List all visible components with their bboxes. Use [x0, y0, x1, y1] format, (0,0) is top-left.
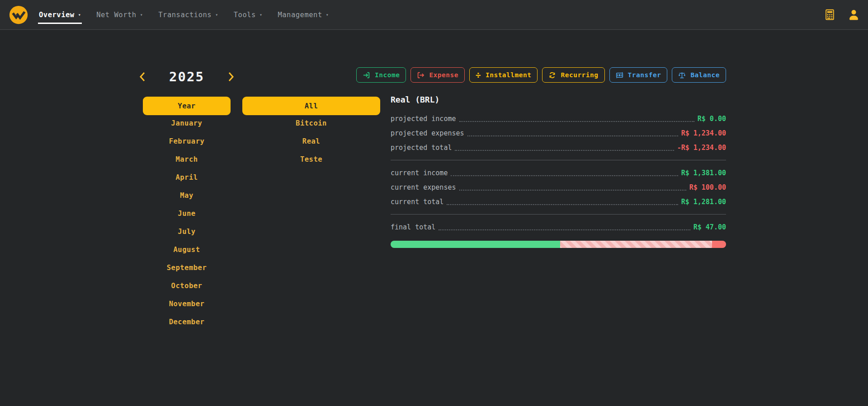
app-logo-icon[interactable] [8, 5, 29, 25]
transfer-button[interactable]: Transfer [609, 67, 668, 83]
summary-title: Real (BRL) [391, 95, 726, 104]
year-label: 2025 [169, 69, 204, 84]
account-link-bitcoin[interactable]: Bitcoin [242, 114, 380, 132]
chevron-down-icon: ▾ [140, 12, 143, 17]
chevron-down-icon: ▾ [326, 12, 329, 17]
main-content: 2025 Year JanuaryFebruaryMarchAprilMayJu… [0, 30, 868, 406]
chevron-down-icon: ▾ [78, 12, 81, 17]
summary-row-final-total: final totalR$ 47.00 [391, 220, 726, 234]
month-link-may[interactable]: May [143, 187, 231, 205]
chevron-left-icon[interactable] [138, 71, 146, 82]
expense-button[interactable]: Expense [410, 67, 465, 83]
box-arrow-in-right-icon [363, 71, 370, 79]
division-icon: ÷ [476, 71, 481, 79]
month-link-april[interactable]: April [143, 168, 231, 187]
summary-row-value: R$ 1,234.00 [681, 129, 726, 137]
chevron-down-icon: ▾ [215, 12, 218, 17]
transaction-type-filters: Income Expense ÷ Installment Recurring [356, 67, 726, 83]
account-list: BitcoinRealTeste [242, 114, 380, 168]
account-link-real[interactable]: Real [242, 132, 380, 150]
arrow-repeat-icon [548, 71, 556, 79]
navbar-right [824, 9, 860, 21]
installment-button[interactable]: ÷ Installment [469, 67, 538, 83]
box-arrow-out-right-icon [417, 71, 425, 79]
chevron-down-icon: ▾ [259, 12, 263, 17]
balance-button-label: Balance [690, 71, 720, 79]
summary-row-current-income: current incomeR$ 1,381.00 [391, 166, 726, 180]
nav-item-overview[interactable]: Overview▾ [39, 11, 81, 19]
summary-row-label: final total [391, 223, 435, 231]
dotted-leader [459, 190, 686, 191]
summary-row-projected-income: projected incomeR$ 0.00 [391, 112, 726, 126]
year-navigator: 2025 [138, 68, 235, 86]
summary-row-label: current income [391, 169, 448, 177]
nav-item-net-worth[interactable]: Net Worth▾ [96, 11, 143, 19]
nav-item-label: Management [278, 11, 322, 19]
chevron-right-icon[interactable] [227, 71, 235, 82]
progress-segment-red [712, 241, 726, 248]
summary-row-value: R$ 100.00 [689, 183, 726, 191]
month-link-march[interactable]: March [143, 150, 231, 168]
navbar: Overview▾Net Worth▾Transactions▾Tools▾Ma… [0, 0, 868, 30]
user-icon[interactable] [848, 9, 860, 21]
summary-row-label: projected total [391, 144, 452, 152]
month-link-february[interactable]: February [143, 132, 231, 150]
cash-exchange-icon [616, 71, 623, 79]
income-button[interactable]: Income [356, 67, 406, 83]
month-link-december[interactable]: December [143, 313, 231, 331]
month-list: JanuaryFebruaryMarchAprilMayJuneJulyAugu… [143, 114, 231, 331]
budget-progress-bar [391, 241, 726, 248]
income-button-label: Income [375, 71, 400, 79]
nav-item-label: Net Worth [96, 11, 137, 19]
summary-row-value: R$ 0.00 [698, 115, 726, 123]
month-link-october[interactable]: October [143, 277, 231, 295]
month-link-november[interactable]: November [143, 295, 231, 313]
year-button[interactable]: Year [143, 97, 231, 115]
expense-button-label: Expense [429, 71, 458, 79]
summary-row-projected-total: projected total-R$ 1,234.00 [391, 140, 726, 155]
dotted-leader [459, 121, 694, 122]
month-link-july[interactable]: July [143, 223, 231, 241]
month-link-september[interactable]: September [143, 259, 231, 277]
transfer-button-label: Transfer [628, 71, 661, 79]
scales-icon [678, 71, 686, 79]
all-accounts-button[interactable]: All [242, 97, 380, 115]
summary-row-label: projected expenses [391, 129, 464, 137]
summary-row-value: R$ 1,281.00 [681, 198, 726, 206]
summary-divider [391, 160, 726, 160]
account-summary: Real (BRL) projected incomeR$ 0.00projec… [391, 95, 726, 248]
nav-item-management[interactable]: Management▾ [278, 11, 329, 19]
summary-row-value: -R$ 1,234.00 [677, 144, 726, 152]
summary-row-projected-expenses: projected expensesR$ 1,234.00 [391, 126, 726, 140]
month-link-august[interactable]: August [143, 241, 231, 259]
installment-button-label: Installment [486, 71, 532, 79]
dotted-leader [447, 204, 678, 205]
nav-item-label: Tools [234, 11, 256, 19]
balance-button[interactable]: Balance [672, 67, 726, 83]
nav-item-tools[interactable]: Tools▾ [234, 11, 263, 19]
progress-segment-green [391, 241, 560, 248]
progress-segment-striped [560, 241, 712, 248]
nav-item-transactions[interactable]: Transactions▾ [158, 11, 218, 19]
calculator-icon[interactable] [824, 9, 836, 21]
dotted-leader [439, 229, 690, 230]
dotted-leader [455, 150, 674, 151]
account-link-teste[interactable]: Teste [242, 150, 380, 168]
dotted-leader [451, 175, 678, 176]
month-link-january[interactable]: January [143, 114, 231, 132]
summary-row-label: current expenses [391, 183, 456, 191]
nav-item-label: Overview [39, 11, 75, 19]
dotted-leader [467, 135, 678, 136]
summary-row-label: projected income [391, 115, 456, 123]
month-link-june[interactable]: June [143, 205, 231, 223]
recurring-button[interactable]: Recurring [542, 67, 604, 83]
summary-row-label: current total [391, 198, 443, 206]
summary-rows: projected incomeR$ 0.00projected expense… [391, 112, 726, 234]
main-nav: Overview▾Net Worth▾Transactions▾Tools▾Ma… [39, 0, 329, 29]
summary-row-value: R$ 47.00 [693, 223, 726, 231]
summary-row-current-expenses: current expensesR$ 100.00 [391, 180, 726, 195]
summary-divider [391, 214, 726, 215]
summary-row-current-total: current totalR$ 1,281.00 [391, 195, 726, 209]
summary-row-value: R$ 1,381.00 [681, 169, 726, 177]
recurring-button-label: Recurring [561, 71, 598, 79]
